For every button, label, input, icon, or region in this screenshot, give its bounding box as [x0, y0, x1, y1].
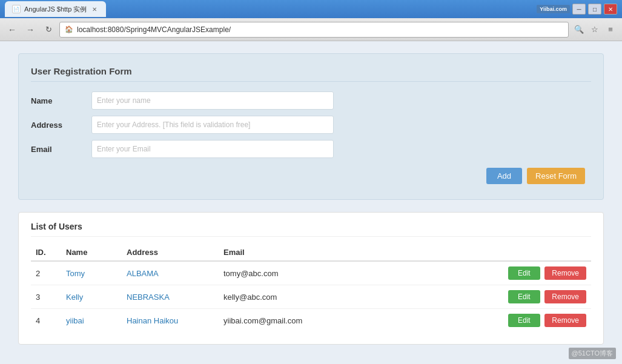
tab-label: AngularJS $http 实例: [24, 5, 87, 14]
menu-icon[interactable]: ≡: [604, 23, 617, 36]
list-title: List of Users: [31, 222, 591, 237]
yiibai-logo: Yiibai.com: [537, 5, 570, 13]
form-actions: Add Reset Form: [31, 168, 591, 184]
cell-name: Kelly: [61, 285, 122, 309]
address-label: Address: [31, 121, 91, 130]
user-table: ID. Name Address Email 2 Tomy ALBAMA tom…: [31, 244, 591, 332]
address-bar[interactable]: 🏠 localhost:8080/Spring4MVCAngularJSExam…: [59, 22, 569, 38]
address-row: Address: [31, 116, 591, 134]
cell-name: yiibai: [61, 309, 122, 333]
name-label: Name: [31, 96, 91, 105]
cell-address: NEBRASKA: [122, 285, 219, 309]
col-header-email: Email: [219, 244, 340, 261]
table-row: 3 Kelly NEBRASKA kelly@abc.com Edit Remo…: [31, 285, 591, 309]
cell-address: Hainan Haikou: [122, 309, 219, 333]
toolbar-icons: 🔍 ☆ ≡: [572, 23, 617, 36]
cell-actions: Edit Remove: [340, 309, 591, 333]
remove-button[interactable]: Remove: [544, 290, 586, 303]
remove-button[interactable]: Remove: [544, 266, 586, 280]
address-icon: 🏠: [65, 25, 73, 33]
cell-actions: Edit Remove: [340, 261, 591, 285]
registration-form-panel: User Registration Form Name Address Emai…: [18, 53, 604, 200]
cell-email: kelly@abc.com: [219, 285, 340, 309]
add-button[interactable]: Add: [486, 168, 522, 184]
name-row: Name: [31, 91, 591, 110]
edit-button[interactable]: Edit: [508, 290, 540, 303]
user-table-body: 2 Tomy ALBAMA tomy@abc.com Edit Remove 3…: [31, 261, 591, 332]
address-input[interactable]: [91, 116, 334, 134]
reset-form-button[interactable]: Reset Form: [527, 168, 585, 184]
cell-id: 4: [31, 309, 61, 333]
col-header-actions: [340, 244, 591, 261]
cell-email: tomy@abc.com: [219, 261, 340, 285]
window-controls: Yiibai.com ─ □ ✕: [537, 4, 617, 15]
user-list-panel: List of Users ID. Name Address Email 2 T…: [18, 212, 604, 345]
email-label: Email: [31, 145, 91, 154]
cell-address: ALBAMA: [122, 261, 219, 285]
search-icon[interactable]: 🔍: [572, 23, 586, 36]
browser-toolbar: ← → ↻ 🏠 localhost:8080/Spring4MVCAngular…: [0, 18, 622, 41]
cell-actions: Edit Remove: [340, 285, 591, 309]
name-input[interactable]: [91, 91, 334, 110]
email-input[interactable]: [91, 140, 334, 158]
forward-button[interactable]: →: [23, 22, 38, 37]
cell-email: yiibai.com@gmail.com: [219, 309, 340, 333]
restore-button[interactable]: □: [588, 4, 601, 15]
tab-favicon: 📄: [12, 5, 21, 13]
col-header-address: Address: [122, 244, 219, 261]
cell-name: Tomy: [61, 261, 122, 285]
watermark: @51CTO博客: [569, 348, 616, 359]
reload-button[interactable]: ↻: [41, 22, 56, 37]
edit-button[interactable]: Edit: [508, 314, 540, 327]
table-row: 4 yiibai Hainan Haikou yiibai.com@gmail.…: [31, 309, 591, 333]
bookmark-icon[interactable]: ☆: [588, 23, 601, 36]
cell-id: 3: [31, 285, 61, 309]
browser-titlebar: 📄 AngularJS $http 实例 ✕ Yiibai.com ─ □ ✕: [0, 0, 622, 18]
table-row: 2 Tomy ALBAMA tomy@abc.com Edit Remove: [31, 261, 591, 285]
col-header-name: Name: [61, 244, 122, 261]
remove-button[interactable]: Remove: [544, 314, 586, 327]
col-header-id: ID.: [31, 244, 61, 261]
back-button[interactable]: ←: [5, 22, 19, 37]
form-panel-title: User Registration Form: [31, 66, 591, 82]
minimize-button[interactable]: ─: [572, 4, 586, 15]
edit-button[interactable]: Edit: [508, 266, 540, 280]
tab-close-button[interactable]: ✕: [90, 5, 99, 13]
page-content: User Registration Form Name Address Emai…: [0, 41, 622, 364]
table-header-row: ID. Name Address Email: [31, 244, 591, 261]
url-text: localhost:8080/Spring4MVCAngularJSExampl…: [77, 25, 231, 34]
close-button[interactable]: ✕: [604, 4, 617, 15]
email-row: Email: [31, 140, 591, 158]
browser-window: 📄 AngularJS $http 实例 ✕ Yiibai.com ─ □ ✕ …: [0, 0, 622, 364]
browser-tab[interactable]: 📄 AngularJS $http 实例 ✕: [5, 1, 106, 17]
cell-id: 2: [31, 261, 61, 285]
